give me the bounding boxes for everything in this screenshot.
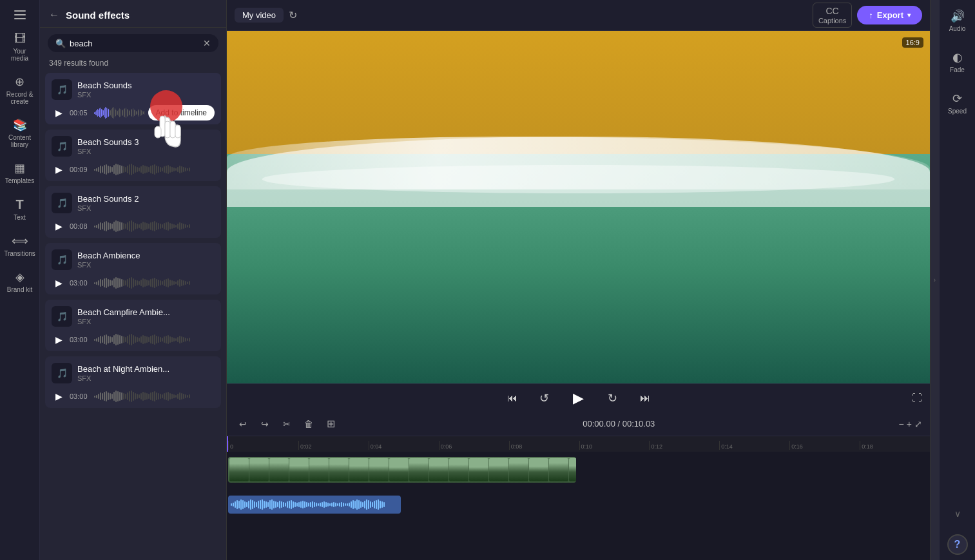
waveform [94,218,215,234]
sound-item-header: 🎵 Beach Sounds 2 SFX [52,193,215,213]
top-bar: My video ↻ CC Captions ↑ Export ▾ [227,0,930,31]
export-button[interactable]: ↑ Export ▾ [857,6,922,24]
brand-kit-icon: ◈ [15,270,24,284]
play-button-beach-sounds-2[interactable]: ▶ [52,219,66,233]
play-button-beach-sounds[interactable]: ▶ [52,106,66,120]
sound-tag: SFX [77,318,215,325]
sound-item-header: 🎵 Beach Campfire Ambie... SFX [52,306,215,327]
cut-button[interactable]: ✂ [278,416,295,432]
sound-item-beach-sounds[interactable]: 🎵 Beach Sounds SFX ▶ 00:05 Add to timeli… [45,73,221,124]
export-chevron-icon: ▾ [907,12,911,19]
fast-forward-button[interactable]: ↻ [603,389,623,408]
delete-button[interactable]: 🗑 [300,416,317,432]
sound-item-beach-sounds-2[interactable]: 🎵 Beach Sounds 2 SFX ▶ 00:08 [45,186,221,238]
insert-button[interactable]: ⊞ [322,416,339,432]
sound-name: Beach Campfire Ambie... [77,307,215,317]
speed-icon: ⟳ [952,92,962,106]
sound-controls: ▶ 00:08 [52,218,215,234]
play-button-beach-at-night[interactable]: ▶ [52,389,66,403]
ruler-marks: 0 0:02 0:04 0:06 0:08 0:10 0:12 0:14 0:1… [227,441,930,450]
sound-tag: SFX [77,204,215,212]
playhead[interactable] [227,436,228,452]
sound-name: Beach Sounds 2 [77,194,215,204]
rewind-button[interactable]: ↺ [535,389,554,408]
right-panel-audio[interactable]: 🔊 Audio [942,5,973,36]
refresh-icon[interactable]: ↻ [289,9,297,21]
sound-item-beach-campfire[interactable]: 🎵 Beach Campfire Ambie... SFX ▶ 03:00 [45,300,221,351]
sound-thumbnail: 🎵 [52,136,72,157]
ruler-mark: 0:06 [439,441,509,450]
sound-info: Beach Ambience SFX [77,251,215,269]
sound-duration: 00:09 [70,166,90,173]
video-frame: 16:9 [227,31,930,383]
ruler-mark: 0:08 [509,441,579,450]
sidebar-item-your-media[interactable]: 🎞 Your media [2,27,38,67]
sidebar-item-templates[interactable]: ▦ Templates [2,156,38,189]
redo-button[interactable]: ↪ [256,416,273,432]
zoom-in-button[interactable]: + [907,419,912,429]
wave-detail-2 [262,165,895,193]
sound-item-beach-at-night[interactable]: 🎵 Beach at Night Ambien... SFX ▶ 03:00 [45,356,221,408]
zoom-out-button[interactable]: − [899,419,904,429]
collapse-handle[interactable]: › [930,0,939,560]
sound-thumbnail: 🎵 [52,363,72,383]
undo-button[interactable]: ↩ [235,416,251,432]
back-button[interactable]: ← [48,8,61,22]
sound-list: 🎵 Beach Sounds SFX ▶ 00:05 Add to timeli… [40,73,226,560]
sidebar-item-transitions[interactable]: ⟺ Transitions [2,229,38,262]
right-panel-fade[interactable]: ◐ Fade [942,46,973,77]
sound-thumbnail: 🎵 [52,249,72,270]
audio-icon: 🔊 [951,9,965,23]
play-button-beach-ambience[interactable]: ▶ [52,276,66,290]
sound-controls: ▶ 03:00 [52,332,215,347]
hamburger-menu[interactable] [10,5,30,24]
audio-track-clip[interactable] [228,496,401,514]
help-button[interactable]: ? [947,534,968,555]
timeline-time: 00:00.00 / 00:10.03 [583,419,655,429]
sound-item-beach-sounds-3[interactable]: 🎵 Beach Sounds 3 SFX ▶ 00:09 [45,130,221,181]
skip-forward-button[interactable]: ⏭ [635,389,655,408]
content-library-icon: 📚 [13,118,27,132]
sound-tag: SFX [77,91,215,99]
chevron-down-icon[interactable]: ∨ [949,503,966,524]
sound-item-header: 🎵 Beach Ambience SFX [52,249,215,270]
waveform [94,105,144,121]
sound-item-header: 🎵 Beach Sounds SFX [52,79,215,100]
expand-timeline-button[interactable]: ⤢ [914,419,922,429]
sound-tag: SFX [77,148,215,155]
timeline-ruler: 0 0:02 0:04 0:06 0:08 0:10 0:12 0:14 0:1… [227,436,930,452]
sound-item-beach-ambience[interactable]: 🎵 Beach Ambience SFX ▶ 03:00 [45,243,221,294]
add-to-timeline-button[interactable]: Add to timeline [148,105,215,121]
waveform [94,275,215,291]
sidebar-item-content-library[interactable]: 📚 Content library [2,113,38,153]
audio-track-row [227,490,930,519]
clear-search-button[interactable]: ✕ [203,38,211,48]
sidebar-item-label: Record & create [5,91,35,105]
sidebar-item-brand-kit[interactable]: ◈ Brand kit [2,265,38,298]
aspect-ratio-badge: 16:9 [902,37,923,48]
captions-button[interactable]: CC Captions [813,3,852,28]
sound-controls: ▶ 00:05 Add to timeline [52,105,215,121]
sidebar-item-label: Text [14,214,25,221]
sidebar-item-text[interactable]: T Text [2,192,38,226]
project-tab[interactable]: My video [235,8,284,23]
waveform [94,162,215,177]
right-panel-speed[interactable]: ⟳ Speed [942,88,973,119]
search-input[interactable] [70,39,199,48]
total-time: 00:10.03 [623,419,655,429]
speed-label: Speed [948,108,967,115]
video-track-clip[interactable] [228,457,576,483]
playback-controls: ⏮ ↺ ▶ ↻ ⏭ ⛶ [227,383,930,412]
sidebar-item-record-create[interactable]: ⊕ Record & create [2,70,38,110]
main-area: My video ↻ CC Captions ↑ Export ▾ 16:9 ⏮… [227,0,930,560]
fullscreen-button[interactable]: ⛶ [912,392,922,404]
record-create-icon: ⊕ [15,75,24,89]
timeline-tracks [227,452,930,560]
play-button-beach-campfire[interactable]: ▶ [52,333,66,347]
play-button-beach-sounds-3[interactable]: ▶ [52,162,66,177]
export-icon: ↑ [869,10,873,20]
ruler-mark: 0:14 [719,441,789,450]
skip-back-button[interactable]: ⏮ [503,389,522,408]
sound-info: Beach Sounds 3 SFX [77,137,215,155]
play-pause-button[interactable]: ▶ [567,387,590,410]
